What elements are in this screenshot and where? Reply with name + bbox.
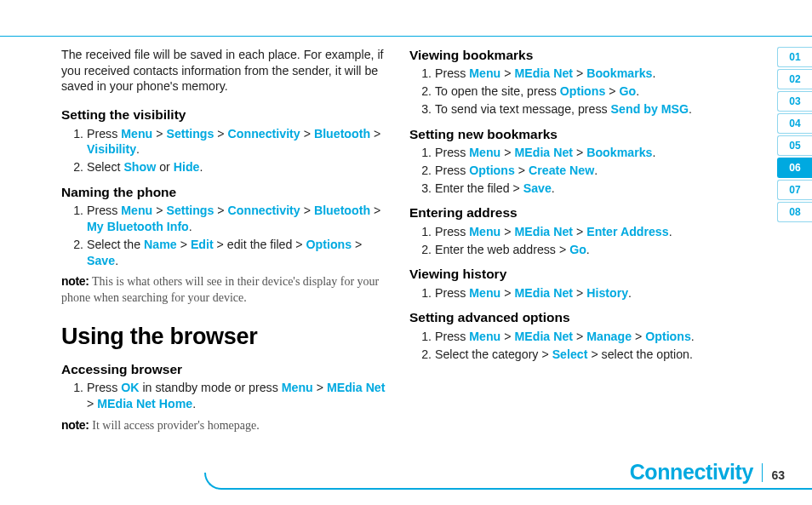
heading-set-bookmarks: Setting new bookmarks bbox=[409, 126, 734, 143]
top-rule bbox=[0, 36, 812, 37]
step: Press Menu > Settings > Connectivity > B… bbox=[87, 203, 386, 234]
steps-accessing: Press OK in standby mode or press Menu >… bbox=[61, 380, 386, 411]
step: Enter the web address > Go. bbox=[435, 242, 734, 258]
nav-tab-03[interactable]: 03 bbox=[777, 91, 812, 112]
footer: Connectivity 63 bbox=[0, 461, 812, 490]
step: Select the category > Select > select th… bbox=[435, 347, 734, 363]
nav-tab-06[interactable]: 06 bbox=[777, 158, 812, 178]
heading-naming: Naming the phone bbox=[61, 184, 386, 201]
chapter-nav: 01 02 03 04 05 06 07 08 bbox=[777, 47, 812, 222]
note-naming: note: This is what others will see in th… bbox=[61, 273, 386, 307]
intro-text: The received file will be saved in each … bbox=[61, 47, 386, 95]
step: Press Menu > MEdia Net > Manage > Option… bbox=[435, 329, 734, 345]
footer-label: Connectivity 63 bbox=[630, 460, 785, 485]
content-area: The received file will be saved in each … bbox=[61, 47, 734, 440]
step: Press Options > Create New. bbox=[435, 163, 734, 179]
nav-tab-04[interactable]: 04 bbox=[777, 113, 812, 134]
step: Select Show or Hide. bbox=[87, 159, 386, 175]
step: Press Menu > MEdia Net > Bookmarks. bbox=[435, 145, 734, 161]
nav-tab-07[interactable]: 07 bbox=[777, 180, 812, 200]
heading-accessing: Accessing browser bbox=[61, 361, 386, 378]
page-number: 63 bbox=[771, 468, 785, 482]
note-accessing: note: It will access provider's homepage… bbox=[61, 417, 386, 434]
right-column: Viewing bookmarks Press Menu > MEdia Net… bbox=[409, 47, 734, 440]
nav-tab-01[interactable]: 01 bbox=[777, 47, 812, 67]
steps-naming: Press Menu > Settings > Connectivity > B… bbox=[61, 203, 386, 268]
step: Press Menu > Settings > Connectivity > B… bbox=[87, 126, 386, 158]
nav-tab-08[interactable]: 08 bbox=[777, 202, 812, 222]
heading-viewing-history: Viewing history bbox=[409, 266, 734, 283]
footer-divider bbox=[762, 463, 763, 482]
heading-advanced-options: Setting advanced options bbox=[409, 309, 734, 326]
nav-tab-02[interactable]: 02 bbox=[777, 69, 812, 89]
steps-set-bookmarks: Press Menu > MEdia Net > Bookmarks. Pres… bbox=[409, 145, 734, 196]
step: Press Menu > MEdia Net > History. bbox=[435, 285, 734, 301]
heading-visibility: Setting the visibility bbox=[61, 106, 386, 123]
step: To send via text message, press Send by … bbox=[435, 101, 734, 118]
step: To open the site, press Options > Go. bbox=[435, 83, 734, 100]
step: Press Menu > MEdia Net > Bookmarks. bbox=[435, 66, 734, 82]
section-title-browser: Using the browser bbox=[61, 322, 386, 353]
step: Press Menu > MEdia Net > Enter Address. bbox=[435, 224, 734, 240]
footer-category: Connectivity bbox=[630, 460, 753, 485]
footer-curve bbox=[204, 473, 232, 490]
step: Select the Name > Edit > edit the filed … bbox=[87, 237, 386, 268]
steps-view-bookmarks: Press Menu > MEdia Net > Bookmarks. To o… bbox=[409, 66, 734, 117]
steps-visibility: Press Menu > Settings > Connectivity > B… bbox=[61, 126, 386, 175]
step: Press OK in standby mode or press Menu >… bbox=[87, 380, 386, 411]
footer-line bbox=[221, 488, 812, 490]
steps-entering-address: Press Menu > MEdia Net > Enter Address. … bbox=[409, 224, 734, 257]
step: Enter the filed > Save. bbox=[435, 181, 734, 197]
left-column: The received file will be saved in each … bbox=[61, 47, 386, 440]
nav-tab-05[interactable]: 05 bbox=[777, 135, 812, 156]
heading-entering-address: Entering address bbox=[409, 204, 734, 221]
heading-view-bookmarks: Viewing bookmarks bbox=[409, 47, 734, 64]
steps-advanced-options: Press Menu > MEdia Net > Manage > Option… bbox=[409, 329, 734, 362]
steps-viewing-history: Press Menu > MEdia Net > History. bbox=[409, 285, 734, 301]
